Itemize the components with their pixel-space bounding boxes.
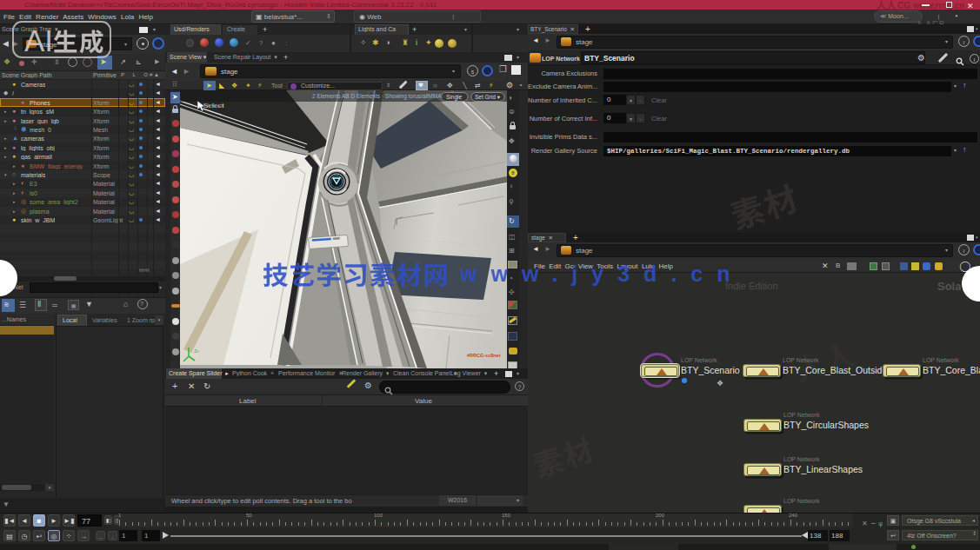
svg-text:2 Elements AB D Elements · Sho: 2 Elements AB D Elements · Showing torus…: [312, 93, 444, 100]
svg-text:Set Grid ▾: Set Grid ▾: [475, 94, 501, 100]
svg-text:Zn: Zn: [194, 348, 199, 354]
svg-text:#RRCG-sc8net: #RRCG-sc8net: [467, 353, 501, 358]
svg-text:Select: Select: [203, 102, 224, 109]
svg-text:Single: Single: [446, 94, 462, 101]
